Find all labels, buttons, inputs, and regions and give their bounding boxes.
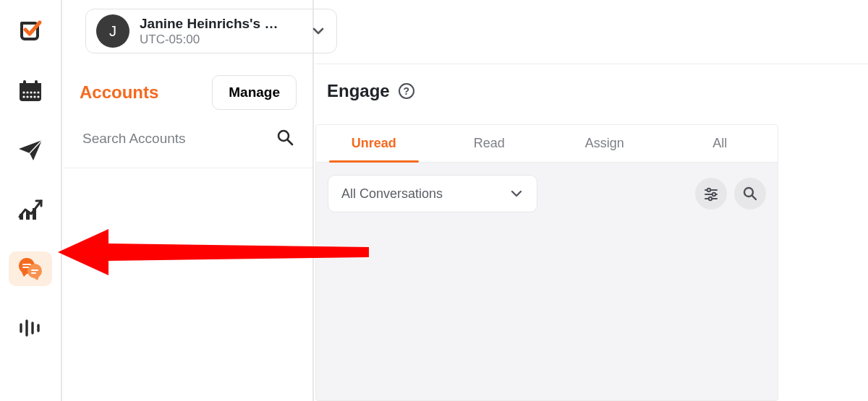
tab-all[interactable]: All [663,125,778,162]
icon-rail [0,0,62,401]
svg-line-28 [288,140,292,145]
conversation-filter[interactable]: All Conversations [328,175,537,212]
svg-rect-16 [33,208,36,220]
calendar-icon [18,79,43,103]
svg-point-27 [278,131,289,141]
logo-checkmark-icon [17,18,44,46]
account-timezone: UTC-05:00 [140,32,300,47]
svg-point-13 [37,95,39,98]
svg-point-4 [22,91,25,93]
rail-engage[interactable] [9,251,52,286]
svg-point-7 [33,91,35,93]
top-divider [315,64,868,64]
accounts-panel: J Janine Heinrichs's … UTC-05:00 Account… [64,0,314,401]
account-name: Janine Heinrichs's … [140,15,300,33]
engage-card: Unread Read Assign All All Conversations [315,124,778,401]
rail-analytics[interactable] [9,192,52,227]
engage-title: Engage [327,81,390,101]
svg-rect-2 [23,80,26,85]
svg-point-30 [707,189,710,191]
svg-rect-14 [20,214,23,220]
help-icon[interactable]: ? [399,83,414,99]
svg-rect-21 [31,270,38,271]
svg-point-10 [26,95,28,98]
audio-wave-icon [18,319,43,337]
manage-button[interactable]: Manage [212,75,297,110]
accounts-header: Accounts Manage [64,53,312,123]
paper-plane-icon [17,139,43,162]
conversation-filter-label: All Conversations [341,186,443,202]
search-icon [742,186,758,202]
rail-audio[interactable] [9,311,52,345]
svg-line-36 [752,196,756,199]
rail-calendar[interactable] [9,74,52,108]
svg-point-9 [22,95,25,98]
svg-rect-22 [31,272,36,274]
accounts-title: Accounts [80,82,158,103]
search-conversations-button[interactable] [734,178,766,210]
svg-point-32 [712,193,715,196]
avatar: J [96,14,129,48]
svg-point-12 [33,95,35,98]
svg-rect-1 [20,83,41,89]
search-icon[interactable] [276,129,294,149]
account-selector[interactable]: J Janine Heinrichs's … UTC-05:00 [85,9,337,53]
analytics-icon [17,198,43,221]
svg-rect-19 [22,264,31,265]
chat-bubbles-icon [17,256,43,281]
engage-header: Engage ? [327,81,414,101]
filter-row: All Conversations [316,163,778,225]
tab-assign[interactable]: Assign [547,125,663,162]
svg-rect-15 [26,211,30,220]
divider [64,168,312,168]
search-accounts-input[interactable] [82,131,276,147]
accounts-search-row [64,123,312,163]
svg-point-6 [30,91,32,93]
svg-point-5 [26,91,28,93]
filter-settings-button[interactable] [695,178,727,210]
svg-point-11 [30,95,32,98]
sliders-icon [703,186,719,202]
chevron-down-icon [509,186,524,201]
svg-point-8 [37,91,39,93]
rail-send[interactable] [9,133,52,168]
chevron-down-icon [310,23,326,39]
svg-rect-3 [35,80,38,85]
rail-logo[interactable] [9,14,52,49]
engage-tabs: Unread Read Assign All [316,125,778,163]
tab-read[interactable]: Read [432,125,548,162]
tab-unread[interactable]: Unread [316,125,432,162]
svg-rect-20 [22,267,29,268]
svg-point-34 [709,197,712,200]
account-text: Janine Heinrichs's … UTC-05:00 [140,15,300,48]
